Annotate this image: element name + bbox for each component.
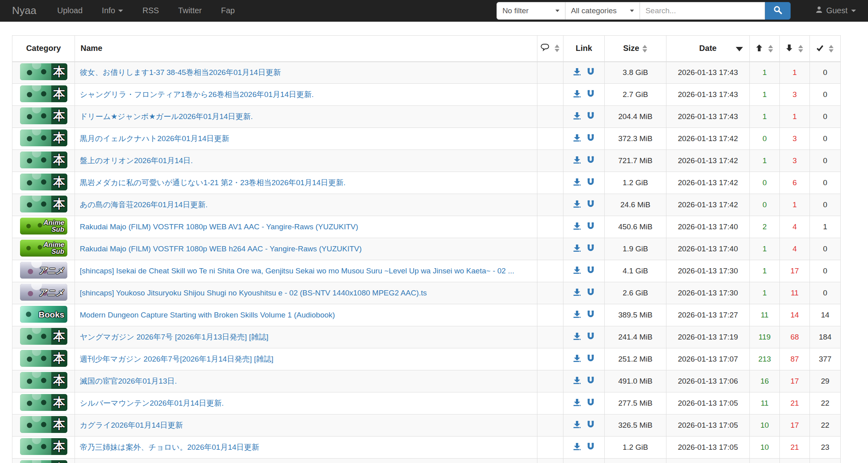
torrent-name-link[interactable]: Rakudai Majo (FILM) VOSTFR 1080p WEB h26… <box>80 245 362 253</box>
category-icon-link[interactable]: Books <box>20 306 67 323</box>
category-icon-link[interactable]: 本 <box>20 438 67 455</box>
category-icon-link[interactable]: 本 <box>20 174 67 190</box>
download-icon[interactable] <box>573 421 581 429</box>
magnet-icon[interactable] <box>587 310 595 318</box>
category-icon-link[interactable]: アニメ <box>20 284 67 301</box>
sort-icon <box>798 45 803 53</box>
category-icon-link[interactable]: 本 <box>20 416 67 433</box>
magnet-icon[interactable] <box>587 90 595 98</box>
search-button[interactable] <box>765 2 791 20</box>
torrent-name-link[interactable]: あの島の海音荘2026年01月14日更新. <box>80 200 208 209</box>
category-icon-link[interactable]: 本 <box>20 328 67 345</box>
category-lit-raw-icon: 本 <box>20 394 67 411</box>
person-icon <box>816 6 823 15</box>
torrent-name-link[interactable]: シルバーマウンテン2026年01月14日更新. <box>80 399 224 407</box>
nav-link-info[interactable]: Info <box>92 0 133 22</box>
completed-cell: 14 <box>810 304 841 326</box>
download-icon[interactable] <box>573 266 581 274</box>
category-icon-link[interactable]: 本 <box>20 129 67 146</box>
download-icon[interactable] <box>573 156 581 164</box>
torrent-name-link[interactable]: ドリーム★ジャンボ★ガール2026年01月14日更新. <box>80 112 253 121</box>
download-icon[interactable] <box>573 134 581 142</box>
nav-link-upload[interactable]: Upload <box>48 0 92 22</box>
magnet-icon[interactable] <box>587 222 595 230</box>
torrent-name-link[interactable]: 滅国の宦官2026年01月13日. <box>80 377 177 385</box>
brand-nyaa[interactable]: Nyaa <box>12 4 36 17</box>
torrent-name-link[interactable]: [shincaps] Isekai de Cheat Skill wo Te n… <box>80 267 514 275</box>
magnet-icon[interactable] <box>587 443 595 451</box>
category-icon-link[interactable]: 本 <box>20 460 67 463</box>
download-icon[interactable] <box>573 68 581 76</box>
torrent-name-link[interactable]: 帝乃三姉妹は案外、チョロい。2026年01月14日更新 <box>80 443 259 451</box>
magnet-icon[interactable] <box>587 398 595 406</box>
category-icon-link[interactable]: 本 <box>20 63 67 80</box>
download-icon[interactable] <box>573 112 581 120</box>
magnet-icon[interactable] <box>587 266 595 274</box>
magnet-icon[interactable] <box>587 200 595 208</box>
torrent-name-link[interactable]: カグライ2026年01月14日更新 <box>80 421 183 429</box>
size-cell: 721.7 MiB <box>605 150 666 172</box>
category-icon-link[interactable]: 本 <box>20 85 67 102</box>
category-icon-link[interactable]: 本 <box>20 152 67 168</box>
category-icon-link[interactable]: 本 <box>20 372 67 389</box>
comments-cell <box>537 84 563 106</box>
magnet-icon[interactable] <box>587 112 595 120</box>
download-icon[interactable] <box>573 398 581 406</box>
download-icon[interactable] <box>573 354 581 362</box>
torrent-name-link[interactable]: [shincaps] Youkoso Jitsuryoku Shijou Shu… <box>80 289 427 297</box>
torrent-name-link[interactable]: 黒月のイェルクナハト2026年01月14日更新 <box>80 134 229 143</box>
leechers-cell: 3 <box>780 128 810 150</box>
category-icon-link[interactable]: 本 <box>20 196 67 212</box>
nav-link-fap[interactable]: Fap <box>211 0 244 22</box>
download-icon[interactable] <box>573 310 581 318</box>
torrent-name-link[interactable]: 彼女、お借りします1-37 38-45巻相当2026年01月14日更新 <box>80 68 281 77</box>
torrent-name-link[interactable]: シャングリラ・フロンティア1巻から26巻相当2026年01月14日更新. <box>80 90 314 99</box>
magnet-icon[interactable] <box>587 332 595 340</box>
magnet-icon[interactable] <box>587 68 595 76</box>
category-icon-link[interactable]: 本 <box>20 350 67 367</box>
download-icon[interactable] <box>573 443 581 451</box>
nav-link-twitter[interactable]: Twitter <box>169 0 212 22</box>
magnet-icon[interactable] <box>587 244 595 252</box>
magnet-icon[interactable] <box>587 288 595 296</box>
download-icon[interactable] <box>573 376 581 384</box>
download-icon[interactable] <box>573 200 581 208</box>
category-icon-link[interactable]: Anime Sub <box>20 240 67 257</box>
download-icon[interactable] <box>573 244 581 252</box>
category-icon-link[interactable]: 本 <box>20 107 67 124</box>
torrent-name-link[interactable]: Modern Dungeon Capture Starting with Bro… <box>80 311 335 319</box>
nav-link-rss[interactable]: RSS <box>133 0 168 22</box>
sort-icon <box>768 45 773 53</box>
download-icon[interactable] <box>573 178 581 186</box>
header-seeders[interactable] <box>750 36 780 62</box>
user-menu[interactable]: Guest <box>816 6 856 15</box>
torrent-row: 本滅国の宦官2026年01月13日.491.0 MiB2026-01-13 17… <box>12 370 841 392</box>
download-icon[interactable] <box>573 288 581 296</box>
search-input[interactable] <box>640 2 765 20</box>
torrent-name-link[interactable]: 盤上のオリオン2026年01月14日. <box>80 156 193 165</box>
category-icon-link[interactable]: Anime Sub <box>20 218 67 235</box>
magnet-icon[interactable] <box>587 178 595 186</box>
magnet-icon[interactable] <box>587 156 595 164</box>
magnet-icon[interactable] <box>587 376 595 384</box>
header-leechers[interactable] <box>780 36 810 62</box>
download-icon[interactable] <box>573 90 581 98</box>
header-completed[interactable] <box>810 36 841 62</box>
magnet-icon[interactable] <box>587 421 595 429</box>
download-icon[interactable] <box>573 222 581 230</box>
completed-cell: 22 <box>810 414 841 437</box>
torrent-name-link[interactable]: 黒岩メダカに私の可愛いが通じない1-21 第2・23巻相当2026年01月14日… <box>80 178 345 187</box>
torrent-name-link[interactable]: 週刊少年マガジン 2026年7号[2026年1月14日発売] [雑誌] <box>80 355 273 363</box>
category-select[interactable]: All categories <box>565 2 640 20</box>
download-icon[interactable] <box>573 332 581 340</box>
header-date[interactable]: Date <box>666 36 750 62</box>
filter-select[interactable]: No filter <box>497 2 565 20</box>
category-icon-link[interactable]: アニメ <box>20 262 67 279</box>
torrent-name-link[interactable]: Rakudai Majo (FILM) VOSTFR 1080p WEB AV1… <box>80 222 358 231</box>
header-size[interactable]: Size <box>605 36 666 62</box>
header-comments[interactable] <box>537 36 563 62</box>
magnet-icon[interactable] <box>587 134 595 142</box>
torrent-name-link[interactable]: ヤングマガジン 2026年7号 [2026年1月13日発売] [雑誌] <box>80 333 268 341</box>
magnet-icon[interactable] <box>587 354 595 362</box>
category-icon-link[interactable]: 本 <box>20 394 67 411</box>
